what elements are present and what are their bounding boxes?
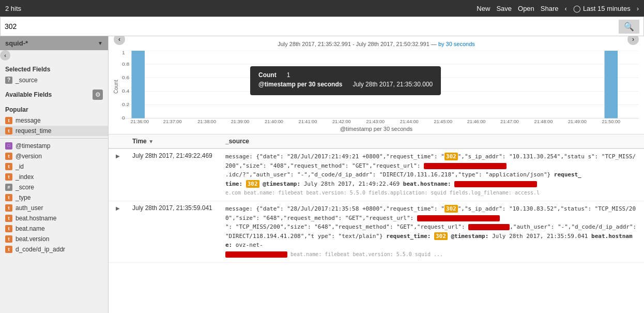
svg-text:21:39:00: 21:39:00 <box>231 119 250 123</box>
available-fields-title: Available Fields <box>5 91 52 98</box>
sidebar-left-nav[interactable]: ‹ <box>0 50 10 61</box>
chart-x-label: @timestamp per 30 seconds <box>114 126 639 134</box>
sort-icon: ▼ <box>148 139 154 144</box>
version-label: @version <box>16 153 42 160</box>
sidebar-field-auth-user[interactable]: t auth_user <box>0 203 108 213</box>
sidebar-divider <box>0 138 108 139</box>
svg-text:21:42:00: 21:42:00 <box>332 119 351 123</box>
source-cell-2: message: {"date": "28/Jul/2017:21:35:58 … <box>220 201 644 262</box>
svg-text:21:38:00: 21:38:00 <box>197 119 216 123</box>
chart-svg[interactable]: 0 0.2 0.4 0.6 0.8 1 21:36:00 21:37:00 21… <box>121 51 639 123</box>
index-label: squid-* <box>5 39 28 47</box>
sidebar-field-score[interactable]: # _score <box>0 182 108 192</box>
source-cell-1: message: {"date": "28/Jul/2017:21:49:21 … <box>220 148 644 201</box>
time-cell-1: July 28th 2017, 21:49:22.469 <box>127 148 220 201</box>
request-time-type-icon: t <box>5 127 12 135</box>
row-source-2: message: {"date": "28/Jul/2017:21:35:58 … <box>225 204 639 259</box>
sidebar-field-type[interactable]: t _type <box>0 192 108 203</box>
svg-text:21:37:00: 21:37:00 <box>163 119 182 123</box>
sidebar-field-timestamp[interactable]: □ @timestamp <box>0 141 108 151</box>
svg-text:0: 0 <box>122 115 125 121</box>
index-type-icon: t <box>5 173 12 181</box>
expand-cell-1[interactable]: ▶ <box>109 148 127 201</box>
message-type-icon: t <box>5 117 12 124</box>
svg-text:21:46:00: 21:46:00 <box>467 119 486 123</box>
d-code-type-icon: t <box>5 246 12 253</box>
chart-container: ‹ July 28th 2017, 21:35:32.991 - July 28… <box>109 36 644 135</box>
sidebar-field-d-code[interactable]: t d_code/d_ip_addr <box>0 244 108 255</box>
chart-date-range: July 28th 2017, 21:35:32.991 - July 28th… <box>278 41 475 47</box>
auth-user-type-icon: t <box>5 204 12 212</box>
index-arrow-icon: ▼ <box>98 40 103 46</box>
highlight-302-1a: 302 <box>444 153 458 160</box>
source-col-header: _source <box>220 135 644 148</box>
save-button[interactable]: Save <box>496 5 512 12</box>
sidebar-field-beat-name[interactable]: t beat.name <box>0 223 108 234</box>
type-label: _type <box>16 194 30 201</box>
beat-hostname-type-icon: t <box>5 215 12 222</box>
sidebar-field-beat-version[interactable]: t beat.version <box>0 234 108 244</box>
expand-col-header <box>109 135 127 148</box>
next-button[interactable]: › <box>637 5 639 12</box>
available-fields-header: Available Fields ⚙ <box>0 85 108 102</box>
popular-title: Popular <box>0 102 108 115</box>
hits-count: 2 hits <box>5 5 21 12</box>
version-type-icon: t <box>5 153 12 160</box>
selected-field-source[interactable]: ? _source <box>0 75 108 85</box>
svg-text:21:43:00: 21:43:00 <box>366 119 385 123</box>
new-button[interactable]: New <box>477 5 490 12</box>
timestamp-label: @timestamp <box>16 142 51 150</box>
svg-text:21:41:00: 21:41:00 <box>299 119 317 123</box>
table-row: ▶ July 28th 2017, 21:49:22.469 message: … <box>109 148 644 201</box>
svg-text:21:36:00: 21:36:00 <box>130 119 149 123</box>
chart-y-label: Count <box>114 51 119 123</box>
sidebar-field-index[interactable]: t _index <box>0 172 108 182</box>
svg-text:0.6: 0.6 <box>122 74 129 80</box>
sidebar-field-request-time[interactable]: t request_time <box>0 126 108 136</box>
svg-text:21:49:00: 21:49:00 <box>568 119 587 123</box>
expand-button-1[interactable]: ▶ <box>114 153 122 159</box>
id-type-icon: t <box>5 163 12 170</box>
beat-version-label: beat.version <box>16 235 49 243</box>
index-field-label: _index <box>16 173 34 181</box>
search-button[interactable]: 🔍 <box>619 20 639 34</box>
source-field-label: _source <box>16 77 38 84</box>
search-input[interactable] <box>5 22 619 31</box>
score-type-icon: # <box>5 184 12 191</box>
chart-inner: 0 0.2 0.4 0.6 0.8 1 21:36:00 21:37:00 21… <box>121 51 639 125</box>
expand-cell-2[interactable]: ▶ <box>109 201 127 262</box>
share-button[interactable]: Share <box>541 5 559 12</box>
svg-text:21:48:00: 21:48:00 <box>534 119 553 123</box>
gear-button[interactable]: ⚙ <box>93 90 103 100</box>
redacted-url-2 <box>417 215 500 221</box>
sidebar-field-version[interactable]: t @version <box>0 151 108 161</box>
svg-text:21:50:00: 21:50:00 <box>602 119 620 123</box>
message-label: message <box>16 117 41 124</box>
redacted-url-1 <box>424 163 507 169</box>
main-layout: squid-* ▼ ‹ Selected Fields ? _source Av… <box>0 36 644 313</box>
beat-name-label: beat.name <box>16 225 45 232</box>
results-table: Time ▼ _source ▶ <box>109 135 644 263</box>
sidebar-field-beat-hostname[interactable]: t beat.hostname <box>0 213 108 223</box>
beat-version-type-icon: t <box>5 235 12 243</box>
sidebar-field-id[interactable]: t _id <box>0 161 108 172</box>
chart-nav-right[interactable]: › <box>627 36 639 45</box>
time-col-header[interactable]: Time ▼ <box>127 135 220 148</box>
expand-button-2[interactable]: ▶ <box>114 205 122 211</box>
redacted-tail-2 <box>225 251 287 258</box>
request-time-label: request_time <box>16 127 51 135</box>
svg-text:21:45:00: 21:45:00 <box>434 119 452 123</box>
results-area[interactable]: Time ▼ _source ▶ <box>109 135 644 313</box>
index-selector[interactable]: squid-* ▼ <box>0 36 108 50</box>
chart-nav-left[interactable]: ‹ <box>114 36 125 45</box>
table-row: ▶ July 28th 2017, 21:35:59.041 message: … <box>109 201 644 262</box>
by-seconds-link[interactable]: by 30 seconds <box>438 41 475 47</box>
prev-button[interactable]: ‹ <box>565 5 567 12</box>
clock-icon: ◯ <box>573 5 581 12</box>
time-cell-2: July 28th 2017, 21:35:59.041 <box>127 201 220 262</box>
sidebar-field-message[interactable]: t message <box>0 115 108 126</box>
source-type-icon: ? <box>5 77 12 84</box>
time-range[interactable]: ◯ Last 15 minutes <box>573 5 631 12</box>
open-button[interactable]: Open <box>518 5 534 12</box>
beat-hostname-label: beat.hostname <box>16 215 56 222</box>
